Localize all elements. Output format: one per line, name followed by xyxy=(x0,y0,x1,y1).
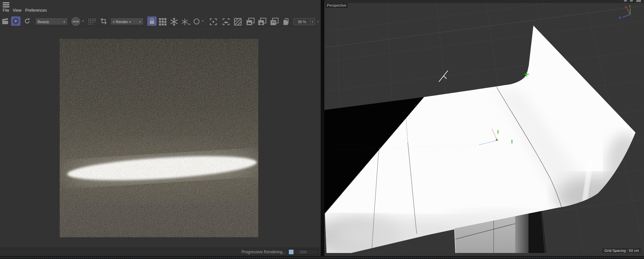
duplicate-button[interactable] xyxy=(282,17,290,26)
circle-overlay-button[interactable] xyxy=(193,18,200,25)
clapperboard-icon[interactable] xyxy=(1,18,9,24)
axis-x-label: X xyxy=(625,5,627,9)
pv-stack-button[interactable]: PV xyxy=(270,17,279,26)
render-pass-value: Beauty xyxy=(38,20,49,24)
fit-image-button[interactable] xyxy=(222,18,230,26)
crop-button[interactable] xyxy=(100,18,107,24)
pattern-overlay-button[interactable] xyxy=(234,18,242,26)
cropped-icon-fragment xyxy=(636,0,641,2)
hamburger-menu-icon[interactable] xyxy=(3,2,9,7)
add-image-button[interactable] xyxy=(258,17,267,26)
axis-y-label: Y xyxy=(629,5,631,8)
render-source-dropdown[interactable]: < Render > ▼ xyxy=(110,18,144,25)
cropped-icon-fragment xyxy=(630,0,633,2)
lock-button[interactable] xyxy=(147,16,157,26)
cropped-icon-fragment xyxy=(624,0,627,2)
snowflake-icon[interactable] xyxy=(170,17,178,26)
perspective-viewport-panel: X Y Z Perspective Grid Spacing : 50 cm xyxy=(324,0,644,256)
play-button[interactable] xyxy=(11,16,20,26)
window-resize-strip xyxy=(0,256,644,259)
pv-status-bar: Progressive Rendering... 16% xyxy=(0,248,321,256)
grid-spacing-label: Grid Spacing : 50 cm xyxy=(602,248,641,253)
viewport-canvas[interactable]: X Y Z xyxy=(324,3,644,256)
viewport-top-strip xyxy=(324,0,644,3)
snowflake-g-label: G xyxy=(188,23,190,26)
status-text: Progressive Rendering... xyxy=(241,250,286,254)
channel-label: RGB xyxy=(73,20,79,23)
crosshair-focus-button[interactable] xyxy=(209,18,217,26)
menu-file[interactable]: File xyxy=(3,8,9,13)
chevron-down-icon: ▼ xyxy=(139,21,141,23)
toolbar-overflow-chevron[interactable]: » xyxy=(317,19,319,24)
stack-images-button[interactable] xyxy=(246,17,255,26)
progress-bar: 16% xyxy=(288,249,318,255)
channel-display-button[interactable]: RGB xyxy=(71,17,80,26)
circle-dropdown-arrow[interactable]: ▼ xyxy=(202,20,204,22)
menu-preferences[interactable]: Preferences xyxy=(25,8,47,13)
snowflake-g-icon[interactable]: G xyxy=(181,17,190,26)
zoom-stepper[interactable]: ▲▼ xyxy=(310,19,315,24)
menu-view[interactable]: View xyxy=(13,8,21,13)
progress-percent: 16% xyxy=(289,250,318,255)
chevron-down-icon: ▼ xyxy=(63,21,65,23)
dot-grid-icon[interactable] xyxy=(88,18,96,25)
zoom-value: 38 % xyxy=(294,20,310,24)
render-pass-dropdown[interactable]: Beauty ▼ xyxy=(35,18,68,25)
panel-separator[interactable] xyxy=(321,0,324,256)
app-window: File View Preferences Beauty ▼ xyxy=(0,0,644,259)
picture-viewer-panel: File View Preferences Beauty ▼ xyxy=(0,0,321,256)
viewport-label: Perspective xyxy=(325,3,348,8)
refresh-button[interactable] xyxy=(24,18,31,24)
zoom-level-field[interactable]: 38 % ▲▼ xyxy=(293,18,315,25)
render-source-value: < Render > xyxy=(113,20,131,24)
rendered-image xyxy=(60,39,258,237)
tile-grid-button[interactable] xyxy=(159,18,167,26)
pv-icon-label: PV xyxy=(272,21,276,24)
axis-z-label: Z xyxy=(619,16,621,19)
menubar: File View Preferences xyxy=(0,8,321,14)
pv-toolbar: Beauty ▼ RGB ▼ xyxy=(0,15,321,27)
channel-dropdown-arrow[interactable]: ▼ xyxy=(82,20,84,22)
